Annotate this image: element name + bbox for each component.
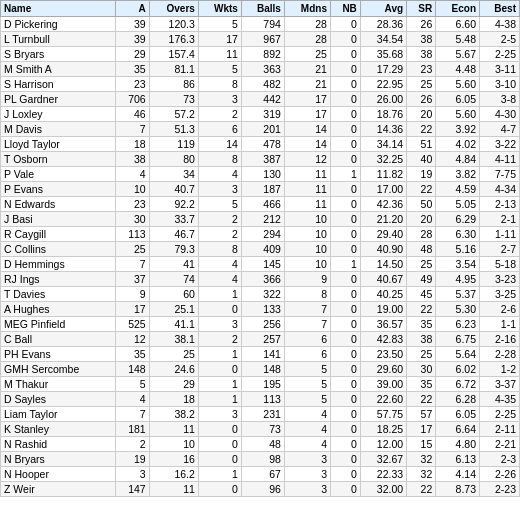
stat-cell: 40.7 [149, 182, 198, 197]
stat-cell: 9 [115, 287, 149, 302]
stat-cell: 6 [284, 347, 330, 362]
stat-cell: 23 [407, 62, 436, 77]
player-name: RJ Ings [1, 272, 116, 287]
stat-cell: 25 [407, 77, 436, 92]
stat-cell: 5.64 [436, 347, 480, 362]
table-row: MEG Pinfield52541.132567036.57356.231-1 [1, 317, 520, 332]
table-row: S Bryars29157.41189225035.68385.672-25 [1, 47, 520, 62]
player-name: A Hughes [1, 302, 116, 317]
stat-cell: 92.2 [149, 197, 198, 212]
stat-cell: 0 [330, 92, 360, 107]
table-row: R Caygill11346.7229410029.40286.301-11 [1, 227, 520, 242]
stat-cell: 0 [198, 422, 241, 437]
table-row: D Pickering39120.3579428028.36266.604-38 [1, 17, 520, 32]
stat-cell: 2-28 [480, 347, 520, 362]
stat-cell: 15 [407, 437, 436, 452]
player-name: MEG Pinfield [1, 317, 116, 332]
stat-cell: 478 [241, 137, 284, 152]
stat-cell: 29 [115, 47, 149, 62]
stat-cell: 51 [407, 137, 436, 152]
stat-cell: 23 [115, 197, 149, 212]
table-row: S Harrison2386848221022.95255.603-10 [1, 77, 520, 92]
stat-cell: 34.14 [360, 137, 406, 152]
stat-cell: 17 [407, 422, 436, 437]
col-wickets: Wkts [198, 1, 241, 17]
stat-cell: 0 [330, 182, 360, 197]
stat-cell: 6.23 [436, 317, 480, 332]
stat-cell: 5.37 [436, 287, 480, 302]
stat-cell: 11 [149, 422, 198, 437]
stat-cell: 17 [284, 92, 330, 107]
stat-cell: 0 [330, 482, 360, 497]
stat-cell: 81.1 [149, 62, 198, 77]
stat-cell: 2-16 [480, 332, 520, 347]
stat-cell: 14.50 [360, 257, 406, 272]
player-name: S Bryars [1, 47, 116, 62]
stat-cell: 17 [198, 32, 241, 47]
stat-cell: 96 [241, 482, 284, 497]
stat-cell: 12 [115, 332, 149, 347]
stat-cell: 33.7 [149, 212, 198, 227]
player-name: D Pickering [1, 17, 116, 32]
stat-cell: 0 [330, 422, 360, 437]
stat-cell: 113 [115, 227, 149, 242]
stat-cell: 22 [407, 302, 436, 317]
stat-cell: 3-23 [480, 272, 520, 287]
stat-cell: 4.80 [436, 437, 480, 452]
player-name: R Caygill [1, 227, 116, 242]
stat-cell: 20 [407, 212, 436, 227]
stat-cell: 6.64 [436, 422, 480, 437]
stat-cell: 4-11 [480, 152, 520, 167]
player-name: GMH Sercombe [1, 362, 116, 377]
stat-cell: 5-18 [480, 257, 520, 272]
table-row: Z Weir147110963032.00228.732-23 [1, 482, 520, 497]
stat-cell: 5 [284, 362, 330, 377]
stat-cell: 1-1 [480, 317, 520, 332]
stat-cell: 0 [198, 482, 241, 497]
stat-cell: 5 [284, 377, 330, 392]
stat-cell: 0 [198, 302, 241, 317]
stat-cell: 145 [241, 257, 284, 272]
stat-cell: 2 [198, 107, 241, 122]
stat-cell: 0 [330, 302, 360, 317]
stat-cell: 40.25 [360, 287, 406, 302]
player-name: Liam Taylor [1, 407, 116, 422]
table-row: J Basi3033.7221210021.20206.292-1 [1, 212, 520, 227]
stat-cell: 22.33 [360, 467, 406, 482]
stat-cell: 466 [241, 197, 284, 212]
stat-cell: 0 [330, 152, 360, 167]
stat-cell: 10 [284, 227, 330, 242]
stat-cell: 0 [330, 242, 360, 257]
table-row: M Davis751.3620114014.36223.924-7 [1, 122, 520, 137]
stat-cell: 148 [115, 362, 149, 377]
table-row: GMH Sercombe14824.601485029.60306.021-2 [1, 362, 520, 377]
table-row: N Edwards2392.2546611042.36505.052-13 [1, 197, 520, 212]
stat-cell: 35 [407, 377, 436, 392]
stat-cell: 11 [284, 167, 330, 182]
player-name: Z Weir [1, 482, 116, 497]
stat-cell: 7 [284, 302, 330, 317]
stat-cell: 46 [115, 107, 149, 122]
table-row: C Ball1238.122576042.83386.752-16 [1, 332, 520, 347]
stat-cell: 35 [115, 347, 149, 362]
table-header-row: Name A Overs Wkts Balls Mdns NB Avg SR E… [1, 1, 520, 17]
stat-cell: 1 [198, 347, 241, 362]
stat-cell: 3 [198, 317, 241, 332]
col-nb: NB [330, 1, 360, 17]
stat-cell: 21 [284, 77, 330, 92]
stat-cell: 17 [115, 302, 149, 317]
stat-cell: 5 [284, 392, 330, 407]
stat-cell: 25 [115, 242, 149, 257]
stat-cell: 1 [330, 257, 360, 272]
stat-cell: 5.30 [436, 302, 480, 317]
stat-cell: 35 [407, 317, 436, 332]
stat-cell: 892 [241, 47, 284, 62]
stat-cell: 39.00 [360, 377, 406, 392]
table-row: P Evans1040.7318711017.00224.594-34 [1, 182, 520, 197]
stat-cell: 4 [115, 167, 149, 182]
stat-cell: 41.1 [149, 317, 198, 332]
stat-cell: 2-5 [480, 32, 520, 47]
player-name: P Vale [1, 167, 116, 182]
player-name: C Ball [1, 332, 116, 347]
stat-cell: 25 [407, 257, 436, 272]
